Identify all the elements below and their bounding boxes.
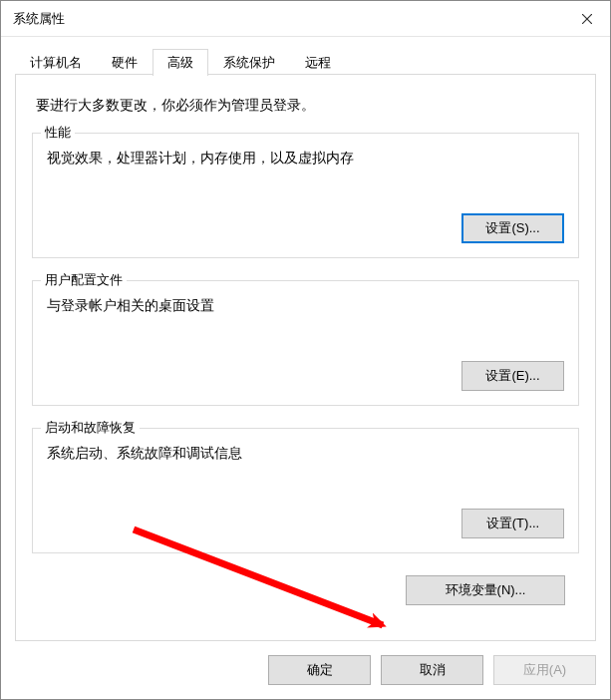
- tab-hardware[interactable]: 硬件: [97, 49, 153, 76]
- close-button[interactable]: [564, 1, 610, 37]
- content-area: 计算机名 硬件 高级 系统保护 远程 要进行大多数更改，你必须作为管理员登录。 …: [1, 37, 610, 641]
- window-title: 系统属性: [13, 10, 65, 28]
- env-variables-row: 环境变量(N)...: [32, 575, 579, 605]
- apply-button[interactable]: 应用(A): [493, 655, 596, 685]
- group-performance: 性能 视觉效果，处理器计划，内存使用，以及虚拟内存 设置(S)...: [32, 133, 579, 258]
- tabpanel-advanced: 要进行大多数更改，你必须作为管理员登录。 性能 视觉效果，处理器计划，内存使用，…: [15, 74, 596, 641]
- startup-recovery-settings-button[interactable]: 设置(T)...: [461, 509, 564, 538]
- tab-system-protection[interactable]: 系统保护: [208, 49, 290, 76]
- tab-advanced[interactable]: 高级: [153, 49, 208, 76]
- tab-computer-name[interactable]: 计算机名: [15, 49, 97, 76]
- group-startup-recovery-btn-row: 设置(T)...: [47, 509, 564, 538]
- group-user-profiles-desc: 与登录帐户相关的桌面设置: [47, 297, 564, 315]
- close-icon: [582, 14, 592, 24]
- tabstrip: 计算机名 硬件 高级 系统保护 远程: [15, 49, 596, 75]
- group-user-profiles-btn-row: 设置(E)...: [47, 361, 564, 391]
- group-user-profiles-legend: 用户配置文件: [41, 271, 127, 289]
- group-user-profiles: 用户配置文件 与登录帐户相关的桌面设置 设置(E)...: [32, 280, 579, 406]
- group-startup-recovery-desc: 系统启动、系统故障和调试信息: [47, 445, 564, 463]
- cancel-button[interactable]: 取消: [381, 655, 483, 685]
- group-performance-btn-row: 设置(S)...: [47, 213, 564, 243]
- system-properties-window: 系统属性 计算机名 硬件 高级 系统保护 远程 要进行大多数更改，你必须作为管理…: [0, 0, 611, 700]
- ok-button[interactable]: 确定: [268, 655, 371, 685]
- performance-settings-button[interactable]: 设置(S)...: [461, 213, 564, 243]
- environment-variables-button[interactable]: 环境变量(N)...: [406, 575, 565, 605]
- user-profiles-settings-button[interactable]: 设置(E)...: [461, 361, 564, 391]
- dialog-footer: 确定 取消 应用(A): [1, 641, 610, 699]
- titlebar: 系统属性: [1, 1, 610, 37]
- tab-remote[interactable]: 远程: [290, 49, 346, 76]
- group-startup-recovery-legend: 启动和故障恢复: [41, 419, 140, 437]
- group-startup-recovery: 启动和故障恢复 系统启动、系统故障和调试信息 设置(T)...: [32, 428, 579, 553]
- group-performance-legend: 性能: [41, 124, 75, 142]
- admin-intro-text: 要进行大多数更改，你必须作为管理员登录。: [36, 97, 575, 115]
- group-performance-desc: 视觉效果，处理器计划，内存使用，以及虚拟内存: [47, 150, 564, 168]
